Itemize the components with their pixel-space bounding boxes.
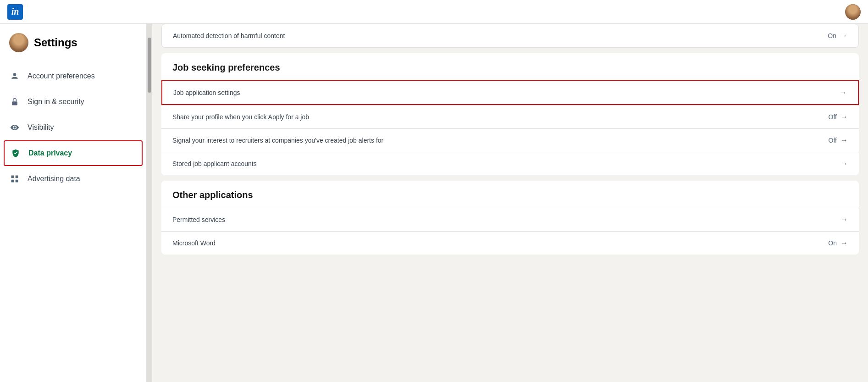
sidebar: Settings Account preferences Sign in & s… bbox=[0, 24, 147, 382]
sidebar-item-data-privacy[interactable]: Data privacy bbox=[4, 140, 143, 166]
scrollbar-thumb[interactable] bbox=[148, 38, 151, 93]
svg-rect-2 bbox=[11, 176, 14, 178]
automated-detection-arrow: → bbox=[840, 32, 847, 40]
job-seeking-section: Job seeking preferences Job application … bbox=[161, 53, 859, 175]
permitted-services-item[interactable]: Permitted services → bbox=[161, 208, 859, 231]
signal-interest-status: Off bbox=[829, 137, 837, 144]
signal-interest-label: Signal your interest to recruiters at co… bbox=[172, 137, 829, 144]
automated-detection-label: Automated detection of harmful content bbox=[173, 32, 828, 39]
sidebar-item-account-preferences[interactable]: Account preferences bbox=[0, 63, 146, 89]
linkedin-logo[interactable]: in bbox=[7, 4, 23, 20]
scrollbar-track[interactable] bbox=[147, 24, 152, 382]
top-navigation: in bbox=[0, 0, 868, 24]
sidebar-header: Settings bbox=[0, 33, 146, 63]
job-application-arrow: → bbox=[840, 89, 847, 97]
sidebar-item-label-visibility: Visibility bbox=[28, 123, 54, 132]
stored-job-applicant-label: Stored job applicant accounts bbox=[172, 160, 840, 167]
sidebar-item-visibility[interactable]: Visibility bbox=[0, 115, 146, 140]
other-applications-title: Other applications bbox=[172, 190, 848, 200]
automated-detection-right: On → bbox=[828, 32, 847, 40]
sidebar-item-label-advertising: Advertising data bbox=[28, 175, 80, 183]
svg-rect-4 bbox=[11, 180, 14, 183]
share-profile-arrow: → bbox=[840, 113, 848, 121]
job-application-settings-right: → bbox=[840, 89, 847, 97]
svg-rect-3 bbox=[16, 176, 18, 178]
share-profile-item[interactable]: Share your profile when you click Apply … bbox=[161, 105, 859, 128]
sidebar-title: Settings bbox=[34, 36, 77, 49]
microsoft-word-item[interactable]: Microsoft Word On → bbox=[161, 231, 859, 255]
job-seeking-header: Job seeking preferences bbox=[161, 53, 859, 80]
svg-rect-1 bbox=[12, 101, 17, 105]
permitted-services-label: Permitted services bbox=[172, 216, 840, 223]
job-application-settings-label: Job application settings bbox=[173, 89, 840, 96]
job-seeking-title: Job seeking preferences bbox=[172, 62, 848, 73]
signal-interest-item[interactable]: Signal your interest to recruiters at co… bbox=[161, 128, 859, 152]
sidebar-item-advertising-data[interactable]: Advertising data bbox=[0, 166, 146, 192]
job-application-settings-item[interactable]: Job application settings → bbox=[161, 80, 859, 105]
person-icon bbox=[9, 71, 20, 82]
content-area: Automated detection of harmful content O… bbox=[147, 24, 868, 382]
signal-interest-right: Off → bbox=[829, 136, 848, 144]
shield-icon bbox=[10, 148, 21, 159]
lock-icon bbox=[9, 96, 20, 107]
microsoft-word-label: Microsoft Word bbox=[172, 239, 828, 247]
sidebar-item-label-account: Account preferences bbox=[28, 72, 95, 80]
eye-icon bbox=[9, 122, 20, 133]
sidebar-avatar bbox=[9, 33, 28, 52]
svg-point-0 bbox=[13, 73, 17, 76]
sidebar-item-label-security: Sign in & security bbox=[28, 98, 84, 106]
main-layout: Settings Account preferences Sign in & s… bbox=[0, 24, 868, 382]
main-content: Automated detection of harmful content O… bbox=[152, 24, 868, 382]
svg-rect-5 bbox=[16, 180, 18, 183]
stored-job-applicant-arrow: → bbox=[840, 160, 848, 168]
sidebar-item-label-data-privacy: Data privacy bbox=[28, 149, 72, 157]
other-applications-section: Other applications Permitted services → … bbox=[161, 181, 859, 255]
share-profile-right: Off → bbox=[829, 113, 848, 121]
stored-job-applicant-right: → bbox=[840, 160, 848, 168]
microsoft-word-arrow: → bbox=[840, 239, 848, 247]
microsoft-word-status: On bbox=[828, 239, 837, 247]
share-profile-label: Share your profile when you click Apply … bbox=[172, 113, 829, 121]
signal-interest-arrow: → bbox=[840, 136, 848, 144]
stored-job-applicant-item[interactable]: Stored job applicant accounts → bbox=[161, 152, 859, 175]
permitted-services-arrow: → bbox=[840, 216, 848, 224]
automated-detection-status: On bbox=[828, 32, 836, 39]
share-profile-status: Off bbox=[829, 113, 837, 121]
microsoft-word-right: On → bbox=[828, 239, 848, 247]
other-applications-header: Other applications bbox=[161, 181, 859, 208]
sidebar-item-sign-in-security[interactable]: Sign in & security bbox=[0, 89, 146, 115]
automated-detection-item[interactable]: Automated detection of harmful content O… bbox=[161, 24, 859, 48]
user-avatar-nav[interactable] bbox=[845, 4, 861, 20]
grid-icon bbox=[9, 173, 20, 184]
permitted-services-right: → bbox=[840, 216, 848, 224]
